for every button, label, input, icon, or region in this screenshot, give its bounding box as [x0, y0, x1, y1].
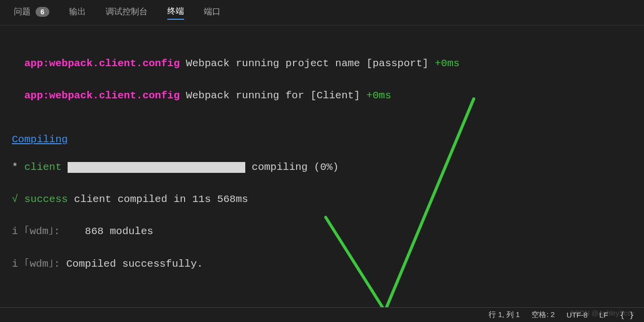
wdm-prefix: i ｢wdm｣:: [12, 258, 66, 270]
check-icon: √: [12, 194, 18, 205]
terminal-line: i ｢wdm｣: Compiled successfully.: [12, 256, 632, 273]
compiling-pct: compiling (0%): [245, 161, 339, 173]
tab-output-label: 输出: [69, 6, 86, 17]
log-namespace: app:webpack.client.config: [12, 58, 180, 69]
tab-terminal-label: 终端: [167, 5, 184, 17]
terminal-output[interactable]: app:webpack.client.config Webpack runnin…: [0, 26, 644, 288]
status-line-col[interactable]: 行 1, 列 1: [489, 310, 520, 320]
client-label: client: [18, 161, 68, 173]
tab-debug-console[interactable]: 调试控制台: [106, 6, 148, 19]
status-indent[interactable]: 空格: 2: [531, 310, 555, 320]
compiled-msg: client compiled in 11s 568ms: [74, 194, 248, 205]
terminal-line: * client compiling (0%): [12, 160, 632, 176]
log-body: Webpack running for [Client]: [180, 90, 366, 101]
log-body: Webpack running project name [passport]: [180, 58, 435, 69]
tab-output[interactable]: 输出: [69, 6, 86, 19]
terminal-line: app:webpack.client.config Webpack runnin…: [12, 88, 632, 104]
bullet-icon: *: [12, 161, 18, 173]
tab-ports-label: 端口: [204, 6, 221, 17]
progress-bar: [68, 162, 245, 173]
terminal-line: √ success client compiled in 11s 568ms: [12, 192, 632, 208]
tab-problems[interactable]: 问题 6: [14, 6, 49, 19]
terminal-line: app:webpack.client.config Webpack runnin…: [12, 56, 632, 72]
tab-debug-console-label: 调试控制台: [106, 6, 148, 17]
terminal-line: i ｢wdm｣: 868 modules: [12, 224, 632, 240]
log-namespace: app:webpack.client.config: [12, 90, 180, 101]
watermark-text: CSDN @AshleyScsy: [570, 309, 634, 317]
log-timing: +0ms: [435, 58, 459, 69]
tab-problems-label: 问题: [14, 6, 31, 17]
log-timing: +0ms: [366, 90, 391, 101]
statusbar: 行 1, 列 1 空格: 2 UTF-8 LF { }: [0, 307, 644, 322]
problems-badge: 6: [36, 7, 49, 17]
tab-ports[interactable]: 端口: [204, 6, 221, 19]
wdm-body: 868 modules: [85, 226, 153, 237]
compiling-heading: Compiling: [12, 132, 68, 148]
wdm-body: Compiled successfully.: [66, 258, 203, 270]
tab-terminal[interactable]: 终端: [167, 5, 184, 20]
wdm-prefix: i ｢wdm｣:: [12, 226, 85, 237]
success-label: success: [18, 194, 74, 205]
panel-tabbar: 问题 6 输出 调试控制台 终端 端口: [0, 0, 644, 26]
